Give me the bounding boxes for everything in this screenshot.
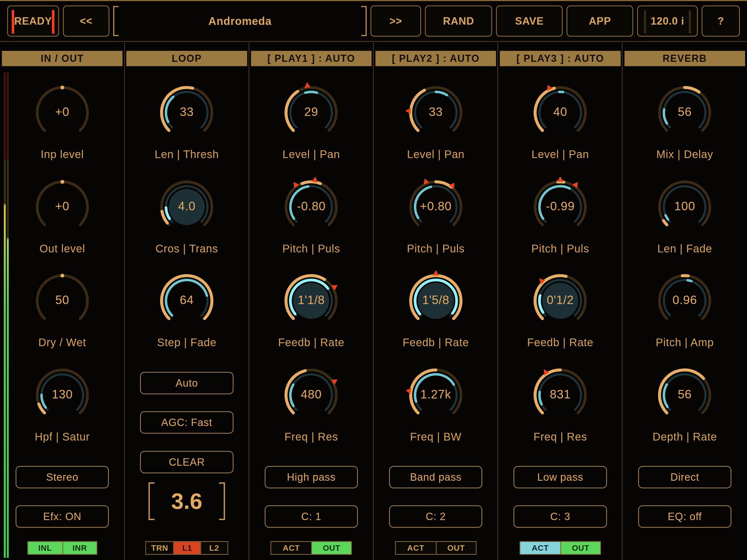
button-low-pass[interactable]: Low pass [514, 466, 607, 488]
knob-feedb-rate[interactable]: 0'1/2Feedb | Rate [498, 270, 622, 352]
knob-step-fade[interactable]: 64Step | Fade [124, 270, 249, 352]
knob-label: Feedb | Rate [374, 336, 498, 349]
knob-value: 1'1/8 [249, 293, 374, 307]
knob-mix-delay[interactable]: 56Mix | Delay [623, 82, 747, 164]
knob-inp-level[interactable]: +0Inp level [0, 82, 124, 164]
knob-level-pan[interactable]: 40Level | Pan [498, 82, 622, 164]
knob-label: Level | Pan [374, 148, 498, 160]
knob-value: 33 [374, 105, 498, 119]
input-level-meter-left [4, 73, 6, 558]
knob-marker-icon [433, 270, 439, 276]
knob-label: Inp level [0, 148, 124, 160]
knob-feedb-rate[interactable]: 1'5/8Feedb | Rate [374, 270, 498, 352]
knob-label: Pitch | Puls [249, 243, 374, 255]
button-high-pass[interactable]: High pass [265, 466, 358, 488]
column-separator [249, 43, 249, 560]
knob-pitch-puls[interactable]: -0.80Pitch | Puls [249, 176, 374, 258]
loop-length-value: 3.6 [154, 482, 219, 520]
button-c-3[interactable]: C: 3 [514, 505, 607, 528]
column-header-in-out: IN / OUT [2, 51, 123, 66]
toggle-inr[interactable]: INR [62, 542, 97, 554]
column-loop: LOOP33Len | Thresh4.0Cros | Trans64Step … [124, 0, 249, 560]
toggle-trn[interactable]: TRN [146, 542, 173, 554]
knob-cros-trans[interactable]: 4.0Cros | Trans [124, 176, 249, 258]
toggle-l1[interactable]: L1 [173, 542, 200, 554]
knob-freq-res[interactable]: 831Freq | Res [498, 364, 622, 447]
toggle-out[interactable]: OUT [560, 542, 600, 554]
loop-length-display: 3.6 [149, 482, 225, 520]
button-c-1[interactable]: C: 1 [265, 505, 358, 528]
knob-label: Out level [0, 243, 124, 255]
knob-hpf-satur[interactable]: 130Hpf | Satur [0, 364, 124, 447]
button-clear[interactable]: CLEAR [140, 451, 233, 473]
knob-freq-bw[interactable]: 1.27kFreq | BW [374, 364, 498, 447]
toggle-out[interactable]: OUT [436, 542, 476, 554]
toggle-act[interactable]: ACT [396, 542, 436, 554]
column-reverb: REVERB56Mix | Delay100Len | Fade0.96Pitc… [623, 0, 747, 560]
column-header-play3-auto[interactable]: [ PLAY3 ] : AUTO [500, 51, 620, 66]
knob-pitch-amp[interactable]: 0.96Pitch | Amp [623, 270, 747, 352]
toggle-group-loop: TRNL1L2 [145, 541, 228, 555]
knob-value: 50 [0, 293, 124, 307]
toggle-group-play3-auto: ACTOUT [519, 541, 601, 555]
button-band-pass[interactable]: Band pass [389, 466, 482, 488]
button-c-2[interactable]: C: 2 [389, 505, 482, 528]
toggle-act[interactable]: ACT [271, 542, 311, 554]
knob-value: 40 [498, 105, 622, 119]
knob-value: +0.80 [374, 199, 498, 213]
knob-value: -0.80 [249, 199, 374, 213]
knob-value: 0'1/2 [498, 293, 622, 307]
knob-depth-rate[interactable]: 56Depth | Rate [623, 364, 747, 447]
knob-value: 130 [0, 387, 124, 401]
toggle-out[interactable]: OUT [311, 542, 351, 554]
knob-label: Level | Pan [498, 148, 622, 160]
toggle-act[interactable]: ACT [520, 542, 560, 554]
knob-pitch-puls[interactable]: +0.80Pitch | Puls [374, 176, 498, 258]
knob-label: Dry / Wet [0, 336, 124, 349]
knob-len-fade[interactable]: 100Len | Fade [623, 176, 747, 258]
knob-len-thresh[interactable]: 33Len | Thresh [124, 82, 249, 164]
column-header-reverb: REVERB [624, 51, 745, 66]
display-bracket-right [219, 482, 225, 520]
knob-label: Step | Fade [124, 336, 249, 349]
knob-value: 4.0 [124, 199, 249, 213]
knob-label: Feedb | Rate [249, 336, 374, 349]
knob-feedb-rate[interactable]: 1'1/8Feedb | Rate [249, 270, 374, 352]
column-header-loop: LOOP [126, 51, 247, 66]
knob-out-level[interactable]: +0Out level [0, 176, 124, 258]
column-play1-auto: [ PLAY1 ] : AUTO29Level | Pan-0.80Pitch … [249, 0, 374, 560]
knob-dry-wet[interactable]: 50Dry / Wet [0, 270, 124, 352]
button-stereo[interactable]: Stereo [16, 466, 109, 488]
toggle-inl[interactable]: INL [28, 542, 62, 554]
column-header-play1-auto[interactable]: [ PLAY1 ] : AUTO [251, 51, 371, 66]
toggle-l2[interactable]: L2 [200, 542, 227, 554]
knob-level-pan[interactable]: 33Level | Pan [374, 82, 498, 164]
knob-freq-res[interactable]: 480Freq | Res [249, 364, 374, 447]
knob-pitch-puls[interactable]: -0.99Pitch | Puls [498, 176, 622, 258]
knob-label: Depth | Rate [623, 431, 747, 443]
knob-value: 33 [124, 105, 249, 119]
button-direct[interactable]: Direct [638, 466, 731, 488]
toggle-group-play1-auto: ACTOUT [271, 541, 352, 555]
column-play3-auto: [ PLAY3 ] : AUTO40Level | Pan-0.99Pitch … [498, 0, 622, 560]
button-efx-on[interactable]: Efx: ON [16, 505, 109, 528]
knob-value: +0 [0, 199, 124, 213]
button-auto[interactable]: Auto [140, 372, 233, 394]
button-agc-fast[interactable]: AGC: Fast [140, 411, 233, 434]
knob-value: 29 [249, 105, 374, 119]
knob-value: 831 [498, 387, 622, 401]
knob-marker-icon [305, 82, 311, 88]
knob-level-pan[interactable]: 29Level | Pan [249, 82, 374, 164]
input-level-meter-right [7, 73, 9, 558]
toggle-group-in-out: INLINR [27, 541, 97, 555]
knob-value: 1.27k [374, 387, 498, 401]
button-eq-off[interactable]: EQ: off [638, 505, 731, 528]
knob-label: Mix | Delay [623, 148, 747, 160]
app-window: READY << Andromeda >> RAND SAVE APP 120.… [0, 0, 747, 560]
knob-value: 64 [124, 293, 249, 307]
knob-label: Pitch | Amp [623, 336, 747, 349]
column-separator [373, 43, 374, 560]
column-in-out: IN / OUT+0Inp level+0Out level50Dry / We… [0, 0, 124, 560]
column-header-play2-auto[interactable]: [ PLAY2 ] : AUTO [376, 51, 496, 66]
column-separator [622, 43, 623, 560]
